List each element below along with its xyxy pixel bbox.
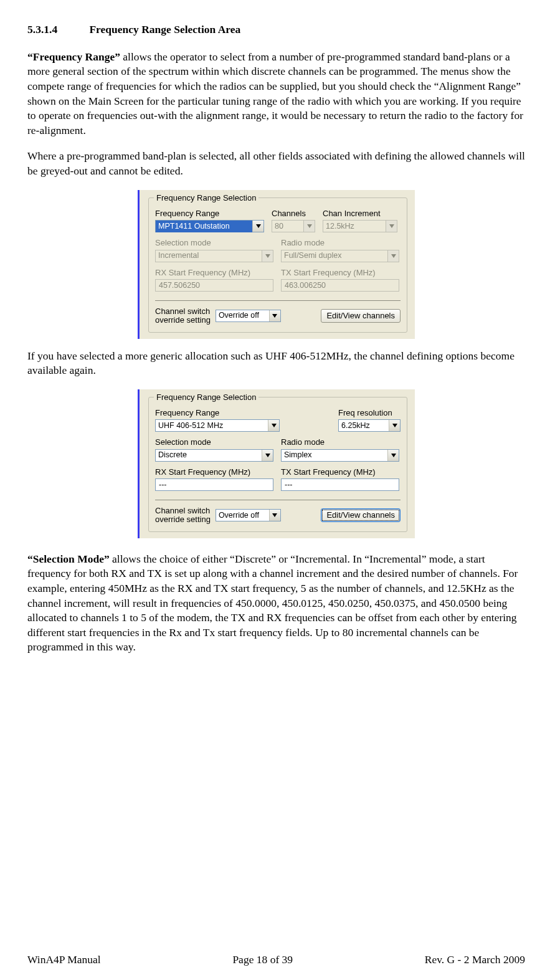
freq-range-dropdown[interactable]: MPT1411 Outstation [155,220,264,232]
groupbox-legend: Frequency Range Selection [154,193,258,204]
edit-view-channels-button[interactable]: Edit/View channels [321,309,401,323]
selection-mode-value: Incremental [156,250,262,262]
label-tx-start: TX Start Frequency (MHz) [281,467,399,478]
groupbox-legend: Frequency Range Selection [154,392,258,403]
label-channel-switch-override: Channel switch override setting [155,307,211,324]
selection-mode-dropdown: Incremental [155,250,273,262]
label-selection-mode: Selection mode [155,237,273,249]
chevron-down-icon [389,420,400,431]
label-rx-start: RX Start Frequency (MHz) [155,467,273,478]
divider [155,300,401,301]
page-footer: WinA4P Manual Page 18 of 39 Rev. G - 2 M… [27,953,525,968]
chevron-down-icon [262,450,273,461]
label-selection-mode: Selection mode [155,437,273,448]
chevron-down-icon [269,310,280,321]
channels-value: 80 [272,221,303,232]
chevron-down-icon [387,450,399,461]
freq-resolution-value: 6.25kHz [339,420,389,432]
paragraph-4: “Selection Mode” allows the choice of ei… [27,552,525,655]
freq-range-value: UHF 406-512 MHz [156,420,268,432]
paragraph-1: “Frequency Range” allows the operator to… [27,50,525,138]
chevron-down-icon [262,250,273,262]
para4-lead: “Selection Mode” [27,553,110,565]
freq-range-value: MPT1411 Outstation [156,221,252,232]
bottom-row: Channel switch override setting Override… [155,507,401,523]
bottom-row: Channel switch override setting Override… [155,307,401,324]
channels-dropdown: 80 [272,220,315,232]
chevron-down-icon [303,221,315,232]
section-title: Frequency Range Selection Area [89,23,240,36]
tx-start-field: 463.006250 [281,279,399,292]
override-dropdown[interactable]: Override off [216,310,281,322]
radio-mode-value: Simplex [282,449,387,461]
footer-right: Rev. G - 2 March 2009 [425,953,525,968]
section-heading: 5.3.1.4 Frequency Range Selection Area [27,22,525,37]
label-rx-start: RX Start Frequency (MHz) [155,267,273,278]
freq-range-groupbox-2: Frequency Range Selection Frequency Rang… [138,389,415,538]
rx-start-field[interactable]: --- [155,478,273,491]
para4-rest: allows the choice of either “Discrete” o… [27,553,518,654]
label-freq-range: Frequency Range [155,208,264,219]
chevron-down-icon [268,420,279,431]
radio-mode-dropdown[interactable]: Simplex [281,449,399,462]
selection-mode-value: Discrete [156,449,262,461]
override-dropdown[interactable]: Override off [216,509,281,521]
divider [155,500,401,500]
selection-mode-dropdown[interactable]: Discrete [155,449,273,462]
chevron-down-icon [386,221,397,232]
freq-resolution-dropdown[interactable]: 6.25kHz [338,419,401,432]
label-radio-mode: Radio mode [281,237,399,249]
label-radio-mode: Radio mode [281,437,399,448]
radio-mode-value: Full/Semi duplex [282,250,387,262]
paragraph-3: If you have selected a more generic allo… [27,349,525,378]
label-chan-increment: Chan Increment [323,208,397,219]
label-channels: Channels [272,208,315,219]
freq-range-dropdown[interactable]: UHF 406-512 MHz [155,419,280,432]
rx-start-field: 457.506250 [155,279,273,292]
label-channel-switch-override: Channel switch override setting [155,507,211,523]
para1-rest: allows the operator to select from a num… [27,50,523,136]
figure-2: Frequency Range Selection Frequency Rang… [27,389,525,538]
label-freq-resolution: Freq resolution [338,407,401,419]
tx-start-field[interactable]: --- [281,478,399,491]
override-value: Override off [216,310,269,321]
freq-range-groupbox-1: Frequency Range Selection Frequency Rang… [138,190,415,339]
figure-1: Frequency Range Selection Frequency Rang… [27,190,525,339]
label-tx-start: TX Start Frequency (MHz) [281,267,399,278]
label-freq-range: Frequency Range [155,407,280,419]
paragraph-2: Where a pre-programmed band-plan is sele… [27,149,525,178]
chevron-down-icon [252,221,263,232]
section-number: 5.3.1.4 [27,22,87,37]
chan-increment-value: 12.5kHz [323,221,386,232]
radio-mode-dropdown: Full/Semi duplex [281,250,399,262]
chan-increment-dropdown: 12.5kHz [323,220,397,232]
footer-center: Page 18 of 39 [232,953,293,968]
edit-view-channels-button[interactable]: Edit/View channels [321,508,401,522]
chevron-down-icon [387,250,399,262]
chevron-down-icon [269,510,280,521]
para1-lead: “Frequency Range” [27,50,120,63]
footer-left: WinA4P Manual [27,953,101,968]
override-value: Override off [216,510,269,521]
